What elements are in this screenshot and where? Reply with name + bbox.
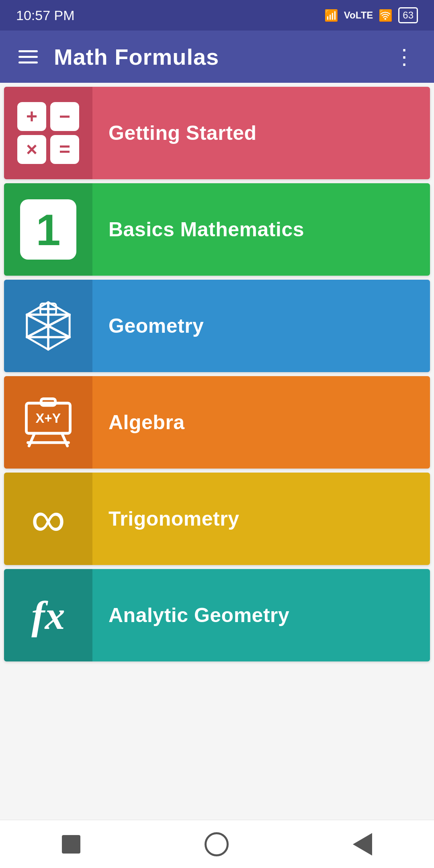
lte-icon: VoLTE [344, 10, 373, 21]
basics-icon: 1 [4, 183, 92, 276]
wifi-icon: 🛜 [379, 9, 393, 22]
svg-line-5 [48, 326, 70, 337]
getting-started-icon: + − × = [4, 87, 92, 179]
triangle-icon [353, 833, 372, 856]
square-icon [62, 835, 80, 854]
menu-item-algebra[interactable]: X+Y Algebra [4, 376, 430, 469]
trigonometry-label: Trigonometry [92, 473, 430, 565]
toolbar: Math Formulas ⋮ [0, 31, 434, 83]
status-time: 10:57 PM [16, 8, 75, 23]
equals-icon: = [50, 135, 79, 164]
number-one-icon: 1 [20, 199, 76, 260]
hamburger-line-2 [18, 56, 38, 58]
svg-line-2 [48, 315, 70, 326]
analytic-label: Analytic Geometry [92, 569, 430, 661]
algebra-icon: X+Y [4, 376, 92, 469]
status-icons: 📶 VoLTE 🛜 63 [324, 7, 418, 23]
status-bar: 10:57 PM 📶 VoLTE 🛜 63 [0, 0, 434, 31]
battery-icon: 63 [398, 7, 418, 23]
more-options-button[interactable]: ⋮ [390, 42, 420, 71]
analytic-icon: fx [4, 569, 92, 661]
algebra-label: Algebra [92, 376, 430, 469]
geometry-icon [4, 280, 92, 372]
home-button[interactable] [197, 824, 237, 864]
hamburger-line-1 [18, 50, 38, 52]
recent-apps-button[interactable] [345, 825, 380, 864]
menu-item-geometry[interactable]: Geometry [4, 280, 430, 372]
ops-grid: + − × = [10, 95, 86, 171]
geometry-label: Geometry [92, 280, 430, 372]
minus-icon: − [50, 102, 79, 131]
hamburger-line-3 [18, 61, 38, 63]
menu-item-getting-started[interactable]: + − × = Getting Started [4, 87, 430, 179]
menu-item-basics-mathematics[interactable]: 1 Basics Mathematics [4, 183, 430, 276]
bottom-navigation [0, 820, 434, 868]
circle-icon [205, 832, 229, 856]
svg-line-6 [27, 326, 48, 337]
svg-line-3 [27, 315, 48, 326]
page-title: Math Formulas [54, 44, 390, 70]
basics-label: Basics Mathematics [92, 183, 430, 276]
trigonometry-icon: ∞ [4, 473, 92, 565]
plus-icon: + [17, 102, 46, 131]
back-button[interactable] [54, 827, 88, 862]
fx-icon: fx [31, 592, 65, 639]
multiply-icon: × [17, 135, 46, 164]
svg-line-14 [29, 433, 35, 446]
svg-line-15 [62, 433, 68, 446]
menu-item-analytic-geometry[interactable]: fx Analytic Geometry [4, 569, 430, 661]
infinity-icon: ∞ [31, 495, 66, 543]
getting-started-label: Getting Started [92, 87, 430, 179]
svg-text:X+Y: X+Y [36, 411, 61, 426]
menu-item-trigonometry[interactable]: ∞ Trigonometry [4, 473, 430, 565]
menu-button[interactable] [14, 46, 42, 68]
menu-list: + − × = Getting Started 1 Basics Mathema… [0, 83, 434, 820]
signal-icon: 📶 [324, 9, 338, 22]
